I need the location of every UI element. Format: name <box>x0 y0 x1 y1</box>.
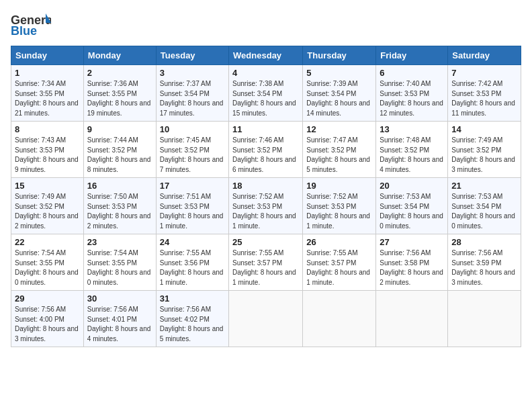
svg-text:Blue: Blue <box>11 24 37 38</box>
day-number: 19 <box>306 181 372 191</box>
calendar-row-5: 29Sunrise: 7:56 AMSunset: 4:00 PMDayligh… <box>11 291 521 347</box>
day-number: 3 <box>160 68 225 78</box>
calendar-cell: 11Sunrise: 7:46 AMSunset: 3:52 PMDayligh… <box>229 122 303 178</box>
day-info: Sunrise: 7:52 AMSunset: 3:53 PMDaylight:… <box>232 193 296 230</box>
day-number: 27 <box>380 237 444 247</box>
header-saturday: Saturday <box>448 46 521 65</box>
logo: General Blue <box>11 11 51 38</box>
header-wednesday: Wednesday <box>229 46 303 65</box>
day-info: Sunrise: 7:56 AMSunset: 4:01 PMDaylight:… <box>87 306 151 342</box>
calendar-cell: 27Sunrise: 7:56 AMSunset: 3:58 PMDayligh… <box>376 234 448 291</box>
day-info: Sunrise: 7:56 AMSunset: 3:58 PMDaylight:… <box>380 249 443 286</box>
calendar-cell: 2Sunrise: 7:36 AMSunset: 3:55 PMDaylight… <box>83 65 156 122</box>
day-number: 16 <box>87 181 152 191</box>
calendar-cell: 24Sunrise: 7:55 AMSunset: 3:56 PMDayligh… <box>156 234 228 291</box>
calendar-cell: 16Sunrise: 7:50 AMSunset: 3:53 PMDayligh… <box>83 178 156 234</box>
calendar-row-1: 1Sunrise: 7:34 AMSunset: 3:55 PMDaylight… <box>11 65 521 122</box>
day-number: 26 <box>306 237 372 247</box>
day-number: 22 <box>15 237 80 247</box>
day-number: 2 <box>87 68 152 78</box>
calendar-cell: 4Sunrise: 7:38 AMSunset: 3:54 PMDaylight… <box>229 65 303 122</box>
day-info: Sunrise: 7:55 AMSunset: 3:57 PMDaylight:… <box>306 249 370 286</box>
day-info: Sunrise: 7:39 AMSunset: 3:54 PMDaylight:… <box>306 80 370 117</box>
day-number: 1 <box>15 68 80 78</box>
calendar-cell: 21Sunrise: 7:53 AMSunset: 3:54 PMDayligh… <box>448 178 521 234</box>
day-number: 23 <box>87 237 152 247</box>
calendar-row-2: 8Sunrise: 7:43 AMSunset: 3:53 PMDaylight… <box>11 122 521 178</box>
day-number: 17 <box>160 181 225 191</box>
calendar-cell: 28Sunrise: 7:56 AMSunset: 3:59 PMDayligh… <box>448 234 521 291</box>
day-number: 6 <box>380 68 444 78</box>
calendar-cell: 8Sunrise: 7:43 AMSunset: 3:53 PMDaylight… <box>11 122 84 178</box>
day-number: 12 <box>306 124 372 134</box>
calendar-cell: 22Sunrise: 7:54 AMSunset: 3:55 PMDayligh… <box>11 234 84 291</box>
header-thursday: Thursday <box>303 46 376 65</box>
calendar-cell <box>303 291 376 347</box>
calendar-cell: 1Sunrise: 7:34 AMSunset: 3:55 PMDaylight… <box>11 65 84 122</box>
calendar-cell: 5Sunrise: 7:39 AMSunset: 3:54 PMDaylight… <box>303 65 376 122</box>
day-number: 7 <box>451 68 517 78</box>
day-number: 10 <box>160 124 225 134</box>
calendar-cell: 26Sunrise: 7:55 AMSunset: 3:57 PMDayligh… <box>303 234 376 291</box>
calendar-table: SundayMondayTuesdayWednesdayThursdayFrid… <box>11 46 521 347</box>
logo-icon: General Blue <box>11 11 51 38</box>
day-number: 28 <box>451 237 517 247</box>
calendar-body: 1Sunrise: 7:34 AMSunset: 3:55 PMDaylight… <box>11 65 521 347</box>
day-number: 11 <box>232 124 299 134</box>
calendar-cell <box>448 291 521 347</box>
calendar-cell: 31Sunrise: 7:56 AMSunset: 4:02 PMDayligh… <box>156 291 228 347</box>
day-info: Sunrise: 7:45 AMSunset: 3:52 PMDaylight:… <box>160 136 224 173</box>
header-monday: Monday <box>83 46 156 65</box>
day-info: Sunrise: 7:54 AMSunset: 3:55 PMDaylight:… <box>87 249 151 286</box>
header-friday: Friday <box>376 46 448 65</box>
day-info: Sunrise: 7:47 AMSunset: 3:52 PMDaylight:… <box>306 136 370 173</box>
calendar-cell: 12Sunrise: 7:47 AMSunset: 3:52 PMDayligh… <box>303 122 376 178</box>
calendar-cell <box>229 291 303 347</box>
day-number: 25 <box>232 237 299 247</box>
day-info: Sunrise: 7:55 AMSunset: 3:57 PMDaylight:… <box>232 249 296 286</box>
calendar-cell: 9Sunrise: 7:44 AMSunset: 3:52 PMDaylight… <box>83 122 156 178</box>
day-number: 29 <box>15 293 80 304</box>
day-number: 24 <box>160 237 225 247</box>
day-number: 20 <box>380 181 444 191</box>
calendar-cell: 15Sunrise: 7:49 AMSunset: 3:52 PMDayligh… <box>11 178 84 234</box>
calendar-header-row: SundayMondayTuesdayWednesdayThursdayFrid… <box>11 46 521 65</box>
day-number: 4 <box>232 68 299 78</box>
day-number: 13 <box>380 124 444 134</box>
calendar-cell <box>376 291 448 347</box>
day-info: Sunrise: 7:38 AMSunset: 3:54 PMDaylight:… <box>232 80 296 117</box>
day-info: Sunrise: 7:56 AMSunset: 3:59 PMDaylight:… <box>451 249 515 286</box>
day-number: 31 <box>160 293 225 304</box>
day-info: Sunrise: 7:52 AMSunset: 3:53 PMDaylight:… <box>306 193 370 230</box>
day-info: Sunrise: 7:43 AMSunset: 3:53 PMDaylight:… <box>15 136 79 173</box>
day-info: Sunrise: 7:42 AMSunset: 3:53 PMDaylight:… <box>451 80 515 117</box>
calendar-row-3: 15Sunrise: 7:49 AMSunset: 3:52 PMDayligh… <box>11 178 521 234</box>
calendar-cell: 29Sunrise: 7:56 AMSunset: 4:00 PMDayligh… <box>11 291 84 347</box>
day-number: 21 <box>451 181 517 191</box>
day-info: Sunrise: 7:53 AMSunset: 3:54 PMDaylight:… <box>380 193 443 230</box>
page-header: General Blue <box>11 11 521 38</box>
day-number: 30 <box>87 293 152 304</box>
day-info: Sunrise: 7:37 AMSunset: 3:54 PMDaylight:… <box>160 80 224 117</box>
day-info: Sunrise: 7:44 AMSunset: 3:52 PMDaylight:… <box>87 136 151 173</box>
calendar-cell: 17Sunrise: 7:51 AMSunset: 3:53 PMDayligh… <box>156 178 228 234</box>
day-info: Sunrise: 7:55 AMSunset: 3:56 PMDaylight:… <box>160 249 224 286</box>
day-number: 14 <box>451 124 517 134</box>
calendar-cell: 20Sunrise: 7:53 AMSunset: 3:54 PMDayligh… <box>376 178 448 234</box>
day-number: 5 <box>306 68 372 78</box>
calendar-cell: 30Sunrise: 7:56 AMSunset: 4:01 PMDayligh… <box>83 291 156 347</box>
day-info: Sunrise: 7:54 AMSunset: 3:55 PMDaylight:… <box>15 249 79 286</box>
day-number: 8 <box>15 124 80 134</box>
calendar-cell: 23Sunrise: 7:54 AMSunset: 3:55 PMDayligh… <box>83 234 156 291</box>
day-info: Sunrise: 7:51 AMSunset: 3:53 PMDaylight:… <box>160 193 224 230</box>
calendar-cell: 3Sunrise: 7:37 AMSunset: 3:54 PMDaylight… <box>156 65 228 122</box>
calendar-cell: 13Sunrise: 7:48 AMSunset: 3:52 PMDayligh… <box>376 122 448 178</box>
calendar-cell: 19Sunrise: 7:52 AMSunset: 3:53 PMDayligh… <box>303 178 376 234</box>
day-info: Sunrise: 7:56 AMSunset: 4:02 PMDaylight:… <box>160 306 224 342</box>
header-tuesday: Tuesday <box>156 46 228 65</box>
day-info: Sunrise: 7:48 AMSunset: 3:52 PMDaylight:… <box>380 136 443 173</box>
day-info: Sunrise: 7:36 AMSunset: 3:55 PMDaylight:… <box>87 80 151 117</box>
day-info: Sunrise: 7:46 AMSunset: 3:52 PMDaylight:… <box>232 136 296 173</box>
calendar-cell: 6Sunrise: 7:40 AMSunset: 3:53 PMDaylight… <box>376 65 448 122</box>
day-info: Sunrise: 7:40 AMSunset: 3:53 PMDaylight:… <box>380 80 443 117</box>
